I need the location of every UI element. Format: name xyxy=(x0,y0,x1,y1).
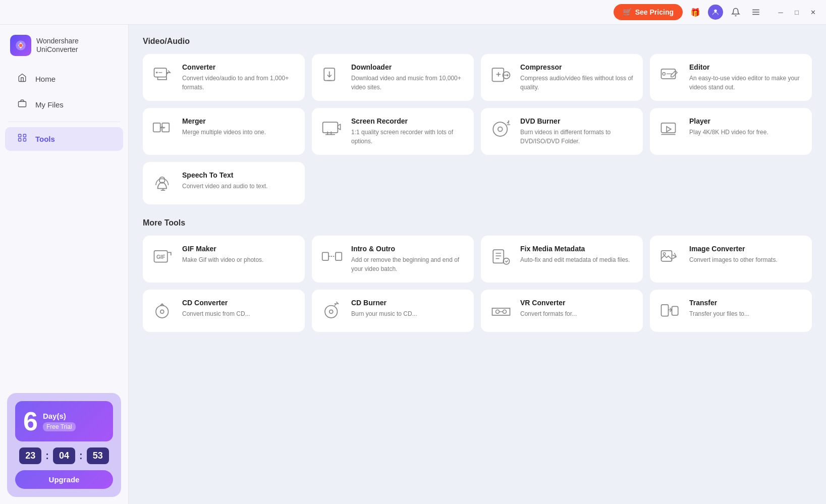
cd-converter-info: CD ConverterConvert music from CD... xyxy=(182,299,297,318)
svg-rect-6 xyxy=(19,101,26,107)
timer-row: 23 : 04 : 53 xyxy=(15,447,113,464)
tool-card-converter[interactable]: ConverterConvert video/audio to and from… xyxy=(143,54,305,101)
sidebar-item-tools[interactable]: Tools xyxy=(5,127,123,151)
dvd-burner-icon xyxy=(489,117,513,141)
vr-converter-icon xyxy=(489,299,513,323)
cd-burner-icon xyxy=(320,299,344,323)
merger-icon xyxy=(151,117,175,141)
intro-outro-desc: Add or remove the beginning and end of y… xyxy=(351,255,466,273)
transfer-desc: Transfer your files to... xyxy=(689,309,804,318)
upgrade-button[interactable]: Upgrade xyxy=(15,470,113,489)
tool-card-image-converter[interactable]: Image ConverterConvert images to other f… xyxy=(650,236,812,283)
svg-rect-21 xyxy=(323,122,338,133)
transfer-info: TransferTransfer your files to... xyxy=(689,299,804,318)
svg-point-17 xyxy=(663,73,665,75)
tool-card-screen-recorder[interactable]: Screen Recorder1:1 quality screen record… xyxy=(312,108,474,155)
tool-card-editor[interactable]: EditorAn easy-to-use video editor to mak… xyxy=(650,54,812,101)
sidebar: Wondershare UniConverter Home My Files T… xyxy=(0,25,129,504)
downloader-name: Downloader xyxy=(351,63,466,71)
fix-media-metadata-info: Fix Media MetadataAuto-fix and edit meta… xyxy=(520,245,635,264)
svg-point-38 xyxy=(156,306,169,318)
converter-name: Converter xyxy=(182,63,297,71)
trial-info: Day(s) Free Trial xyxy=(43,412,76,431)
cd-burner-name: CD Burner xyxy=(351,299,466,307)
converter-info: ConverterConvert video/audio to and from… xyxy=(182,63,297,92)
tool-card-dvd-burner[interactable]: DVD BurnerBurn videos in different forma… xyxy=(481,108,643,155)
sidebar-item-my-files[interactable]: My Files xyxy=(5,93,123,117)
svg-rect-10 xyxy=(23,139,26,141)
logo-area: Wondershare UniConverter xyxy=(0,30,128,66)
compressor-info: CompressorCompress audio/video files wit… xyxy=(520,63,635,92)
tool-card-speech-to-text[interactable]: Speech To TextConvert video and audio to… xyxy=(143,162,305,204)
menu-icon[interactable] xyxy=(748,5,763,20)
gift-icon[interactable]: 🎁 xyxy=(688,5,703,20)
screen-recorder-icon xyxy=(320,117,344,141)
downloader-info: DownloaderDownload video and music from … xyxy=(351,63,466,92)
screen-recorder-info: Screen Recorder1:1 quality screen record… xyxy=(351,117,466,146)
image-converter-desc: Convert images to other formats. xyxy=(689,255,804,264)
video-audio-tools-grid: ConverterConvert video/audio to and from… xyxy=(143,54,812,204)
more-tools-section-title: More Tools xyxy=(143,218,812,228)
editor-info: EditorAn easy-to-use video editor to mak… xyxy=(689,63,804,92)
compressor-icon xyxy=(489,63,513,87)
cd-converter-name: CD Converter xyxy=(182,299,297,307)
vr-converter-info: VR ConverterConvert formats for... xyxy=(520,299,635,318)
tool-card-fix-media-metadata[interactable]: Fix Media MetadataAuto-fix and edit meta… xyxy=(481,236,643,283)
titlebar: 🛒 See Pricing 🎁 ─ □ ✕ xyxy=(0,0,826,25)
svg-rect-36 xyxy=(662,251,672,261)
tool-card-downloader[interactable]: DownloaderDownload video and music from … xyxy=(312,54,474,101)
svg-rect-44 xyxy=(662,305,669,316)
logo-text: Wondershare UniConverter xyxy=(36,37,79,54)
downloader-desc: Download video and music from 10,000+ vi… xyxy=(351,74,466,92)
screen-recorder-desc: 1:1 quality screen recorder with lots of… xyxy=(351,128,466,146)
fix-media-metadata-desc: Auto-fix and edit metadata of media file… xyxy=(520,255,635,264)
tool-card-cd-converter[interactable]: CD ConverterConvert music from CD... xyxy=(143,290,305,332)
player-name: Player xyxy=(689,117,804,125)
app-body: Wondershare UniConverter Home My Files T… xyxy=(0,25,826,504)
merger-desc: Merge multiple videos into one. xyxy=(182,128,297,137)
maximize-button[interactable]: □ xyxy=(790,5,804,19)
sidebar-item-tools-label: Tools xyxy=(35,135,55,143)
tool-card-vr-converter[interactable]: VR ConverterConvert formats for... xyxy=(481,290,643,332)
svg-rect-31 xyxy=(493,250,504,263)
player-icon xyxy=(658,117,682,141)
svg-point-23 xyxy=(498,127,503,132)
sidebar-item-home[interactable]: Home xyxy=(5,67,123,91)
tool-card-player[interactable]: PlayerPlay 4K/8K HD video for free. xyxy=(650,108,812,155)
close-button[interactable]: ✕ xyxy=(806,5,820,19)
tool-card-compressor[interactable]: CompressorCompress audio/video files wit… xyxy=(481,54,643,101)
cd-converter-desc: Convert music from CD... xyxy=(182,309,297,318)
logo-icon xyxy=(10,35,31,56)
sidebar-item-my-files-label: My Files xyxy=(35,100,64,109)
player-desc: Play 4K/8K HD video for free. xyxy=(689,128,804,137)
minimize-button[interactable]: ─ xyxy=(774,5,788,19)
svg-point-40 xyxy=(325,306,338,318)
merger-info: MergerMerge multiple videos into one. xyxy=(182,117,297,137)
notification-icon[interactable] xyxy=(728,5,743,20)
tool-card-gif-maker[interactable]: GIFGIF MakerMake Gif with video or photo… xyxy=(143,236,305,283)
fix-media-metadata-name: Fix Media Metadata xyxy=(520,245,635,253)
svg-rect-7 xyxy=(19,134,21,137)
tool-card-merger[interactable]: MergerMerge multiple videos into one. xyxy=(143,108,305,155)
svg-point-42 xyxy=(496,310,500,313)
downloader-icon xyxy=(320,63,344,87)
video-audio-section-title: Video/Audio xyxy=(143,37,812,46)
home-icon xyxy=(16,73,28,85)
timer-seconds: 53 xyxy=(87,447,109,464)
see-pricing-button[interactable]: 🛒 See Pricing xyxy=(614,4,683,20)
cd-burner-info: CD BurnerBurn your music to CD... xyxy=(351,299,466,318)
image-converter-info: Image ConverterConvert images to other f… xyxy=(689,245,804,264)
tool-card-cd-burner[interactable]: CD BurnerBurn your music to CD... xyxy=(312,290,474,332)
svg-point-41 xyxy=(329,310,333,313)
tool-card-intro-outro[interactable]: Intro & OutroAdd or remove the beginning… xyxy=(312,236,474,283)
converter-desc: Convert video/audio to and from 1,000+ f… xyxy=(182,74,297,92)
speech-to-text-info: Speech To TextConvert video and audio to… xyxy=(182,171,297,191)
svg-text:GIF: GIF xyxy=(156,254,166,260)
cd-burner-desc: Burn your music to CD... xyxy=(351,309,466,318)
user-icon[interactable] xyxy=(708,5,723,20)
tool-card-transfer[interactable]: TransferTransfer your files to... xyxy=(650,290,812,332)
editor-name: Editor xyxy=(689,63,804,71)
timer-minutes: 04 xyxy=(53,447,75,464)
converter-icon xyxy=(151,63,175,87)
svg-rect-45 xyxy=(672,306,678,315)
